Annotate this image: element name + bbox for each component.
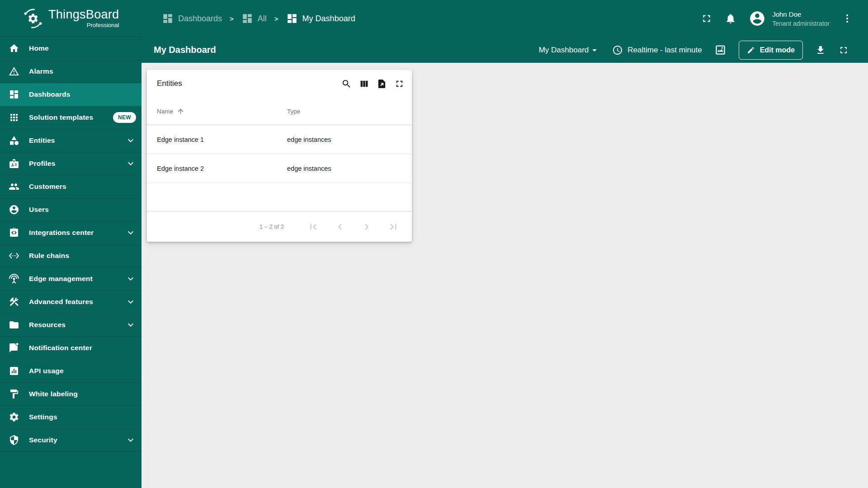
- sidebar-nav: Home Alarms Dashboards Solution template…: [0, 37, 142, 488]
- image-button[interactable]: [714, 44, 726, 56]
- sidebar-item-customers[interactable]: Customers: [0, 175, 142, 198]
- sidebar-item-white-labeling[interactable]: White labeling: [0, 383, 142, 406]
- api-usage-icon: [9, 366, 19, 376]
- sidebar-item-notification-center[interactable]: Notification center: [0, 337, 142, 360]
- columns-icon: [359, 79, 369, 89]
- sidebar-item-users[interactable]: Users: [0, 198, 142, 221]
- sidebar-item-integrations-center[interactable]: Integrations center: [0, 221, 142, 244]
- breadcrumb-label: My Dashboard: [302, 14, 355, 23]
- cell-name: Edge instance 2: [157, 165, 287, 172]
- brand-logo[interactable]: ThingsBoard Professional: [0, 0, 142, 37]
- page-title: My Dashboard: [154, 45, 216, 55]
- new-badge: NEW: [113, 112, 136, 123]
- fullscreen-icon: [838, 45, 849, 56]
- entities-icon: [9, 135, 19, 146]
- edit-mode-button[interactable]: Edit mode: [739, 41, 803, 60]
- top-header: Dashboards > All > My Dashboard: [142, 0, 868, 37]
- security-icon: [9, 435, 19, 446]
- sidebar-item-advanced-features[interactable]: Advanced features: [0, 291, 142, 314]
- last-page-button[interactable]: [387, 221, 399, 233]
- image-icon: [714, 44, 726, 56]
- sidebar-item-edge-management[interactable]: Edge management: [0, 267, 142, 291]
- white-labeling-icon: [9, 389, 19, 399]
- chevron-down-icon: [125, 158, 136, 169]
- cell-type: edge instances: [287, 136, 331, 143]
- dashboards-icon: [9, 89, 19, 100]
- toolbar-fullscreen-button[interactable]: [838, 45, 849, 56]
- pencil-icon: [747, 46, 755, 54]
- sidebar-item-settings[interactable]: Settings: [0, 406, 142, 429]
- sidebar-item-dashboards[interactable]: Dashboards: [0, 83, 142, 106]
- sidebar-item-solution-templates[interactable]: Solution templates NEW: [0, 106, 142, 129]
- sort-ascending-icon: [177, 108, 184, 115]
- timewindow-button[interactable]: Realtime - last minute: [612, 45, 702, 56]
- chevron-left-icon: [334, 221, 346, 233]
- dashboard-icon: [241, 13, 253, 24]
- breadcrumb-dashboards[interactable]: Dashboards: [162, 13, 222, 24]
- pagination-range-label: 1 – 2 of 2: [259, 223, 284, 230]
- clock-icon: [612, 45, 623, 56]
- entities-widget: Entities Name Type Edge insta: [147, 70, 412, 242]
- breadcrumb: Dashboards > All > My Dashboard: [162, 13, 355, 24]
- chevron-down-icon: [125, 319, 136, 330]
- chevron-down-icon: [589, 45, 600, 56]
- fullscreen-button[interactable]: [701, 13, 712, 24]
- edge-management-icon: [9, 273, 19, 284]
- previous-page-button[interactable]: [334, 221, 346, 233]
- column-header-name[interactable]: Name: [157, 108, 287, 115]
- header-actions: John Doe Tenant administrator: [701, 10, 853, 27]
- first-page-button[interactable]: [307, 221, 319, 233]
- chevron-down-icon: [125, 227, 136, 238]
- export-dashboard-button[interactable]: [815, 45, 826, 56]
- notifications-button[interactable]: [725, 13, 736, 24]
- table-row[interactable]: Edge instance 1 edge instances: [147, 125, 412, 154]
- cell-name: Edge instance 1: [157, 136, 287, 143]
- widget-search-button[interactable]: [341, 79, 352, 89]
- dashboard-state-selector[interactable]: My Dashboard: [539, 45, 600, 56]
- search-icon: [341, 79, 352, 89]
- advanced-features-icon: [9, 296, 19, 307]
- users-icon: [9, 204, 19, 215]
- chevron-down-icon: [125, 135, 136, 146]
- sidebar-item-profiles[interactable]: Profiles: [0, 152, 142, 175]
- brand-subtitle: Professional: [87, 22, 119, 28]
- sidebar-item-rule-chains[interactable]: Rule chains: [0, 244, 142, 267]
- sidebar-item-entities[interactable]: Entities: [0, 129, 142, 152]
- home-icon: [9, 43, 19, 54]
- more-menu-button[interactable]: [842, 13, 853, 24]
- breadcrumb-my-dashboard[interactable]: My Dashboard: [286, 13, 355, 24]
- profiles-icon: [9, 158, 19, 169]
- next-page-button[interactable]: [361, 221, 373, 233]
- dashboard-icon: [162, 13, 174, 24]
- sidebar-item-home[interactable]: Home: [0, 37, 142, 60]
- avatar: [749, 10, 766, 27]
- table-header-row: Name Type: [147, 98, 412, 125]
- widget-header: Entities: [147, 70, 412, 98]
- settings-icon: [9, 412, 19, 422]
- widget-title: Entities: [157, 79, 182, 88]
- breadcrumb-separator: >: [230, 15, 234, 23]
- integrations-center-icon: [9, 227, 19, 238]
- sidebar-item-security[interactable]: Security: [0, 429, 142, 452]
- widget-fullscreen-button[interactable]: [394, 79, 405, 89]
- sidebar-item-api-usage[interactable]: API usage: [0, 360, 142, 383]
- table-empty-row: [147, 183, 412, 211]
- dashboard-icon: [286, 13, 298, 24]
- export-file-icon: [377, 79, 387, 89]
- sidebar-item-alarms[interactable]: Alarms: [0, 60, 142, 83]
- breadcrumb-all[interactable]: All: [241, 13, 267, 24]
- widget-columns-button[interactable]: [359, 79, 369, 89]
- user-menu[interactable]: John Doe Tenant administrator: [749, 10, 830, 27]
- main-column: Dashboards > All > My Dashboard: [142, 0, 868, 488]
- dashboard-toolbar: My Dashboard My Dashboard Realtime - las…: [142, 37, 868, 63]
- breadcrumb-label: Dashboards: [178, 14, 222, 23]
- table-row[interactable]: Edge instance 2 edge instances: [147, 154, 412, 183]
- resources-icon: [9, 319, 19, 330]
- column-header-type[interactable]: Type: [287, 108, 300, 115]
- toolbar-actions: My Dashboard Realtime - last minute Edit…: [539, 41, 849, 60]
- user-role: Tenant administrator: [772, 20, 830, 27]
- sidebar-item-resources[interactable]: Resources: [0, 314, 142, 337]
- notification-center-icon: [9, 343, 19, 353]
- widget-export-button[interactable]: [377, 79, 387, 89]
- rule-chains-icon: [9, 250, 19, 261]
